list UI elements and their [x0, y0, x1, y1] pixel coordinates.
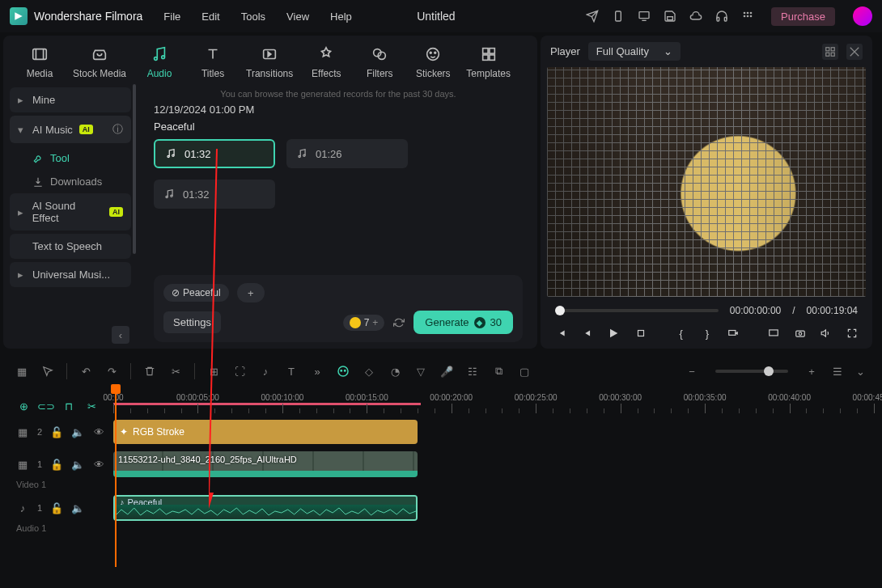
compare-icon[interactable] [846, 44, 863, 60]
add-track-icon[interactable]: ⊕ [16, 399, 31, 413]
refresh-icon[interactable] [392, 316, 405, 329]
collapse-sidebar-button[interactable]: ‹ [112, 326, 129, 344]
zoom-knob[interactable] [764, 366, 774, 376]
lock-icon[interactable]: 🔓 [50, 425, 63, 438]
marker-icon[interactable]: ▢ [517, 364, 532, 379]
delete-icon[interactable] [142, 364, 157, 379]
mark-out-button[interactable]: } [702, 326, 713, 341]
mixer-icon[interactable]: ☷ [465, 364, 480, 379]
lock-icon[interactable]: 🔓 [50, 458, 63, 471]
mark-in-button[interactable]: { [676, 326, 687, 341]
sidebar-item-ai-sound[interactable]: ▸AI Sound EffectAI [10, 193, 131, 231]
mood-tag[interactable]: ⊘ Peaceful [163, 284, 229, 302]
fx-clip[interactable]: ✦RGB Stroke [113, 420, 418, 444]
timeline-ruler[interactable]: 00:0000:00:05:0000:00:10:0000:00:15:0000… [113, 386, 874, 413]
svg-rect-22 [482, 55, 487, 60]
undo-icon[interactable]: ↶ [78, 364, 93, 379]
mute-icon[interactable]: 🔈 [71, 458, 84, 471]
apps-icon[interactable] [740, 9, 755, 23]
play-back-button[interactable] [581, 326, 592, 341]
fullscreen-icon[interactable] [846, 326, 858, 341]
layout-icon[interactable]: ▦ [15, 364, 29, 379]
ai-copilot-icon[interactable] [336, 364, 350, 379]
progress-bar[interactable] [555, 309, 719, 312]
crop-icon[interactable]: ⛶ [232, 364, 247, 379]
marker-dropdown[interactable] [727, 326, 739, 341]
group-icon[interactable]: ⊞ [206, 364, 221, 379]
volume-icon[interactable] [821, 326, 832, 341]
menu-edit[interactable]: Edit [201, 11, 219, 23]
menu-file[interactable]: File [163, 11, 180, 23]
video-clip[interactable]: 11553212-uhd_3840_2160_25fps_AIUltraHD [113, 451, 418, 477]
tab-titles[interactable]: Titles [193, 44, 233, 79]
select-tool-icon[interactable] [40, 364, 55, 379]
audio-clip-3[interactable]: 01:32 [154, 180, 275, 209]
link-icon[interactable]: ⧉ [491, 364, 506, 379]
zoom-in-icon[interactable]: + [804, 364, 819, 379]
help-icon[interactable]: ⓘ [112, 122, 123, 137]
sidebar-item-mine[interactable]: ▸Mine [10, 87, 131, 112]
tab-templates[interactable]: Templates [466, 44, 511, 79]
avatar[interactable] [853, 6, 872, 26]
shield-icon[interactable]: ▽ [413, 364, 428, 379]
cloud-icon[interactable] [689, 9, 703, 23]
audio-note-icon[interactable]: ♪ [258, 364, 273, 379]
purchase-button[interactable]: Purchase [771, 7, 835, 26]
stop-button[interactable] [634, 326, 646, 341]
mute-icon[interactable]: 🔈 [71, 501, 84, 514]
mute-icon[interactable]: 🔈 [71, 425, 84, 438]
svg-point-25 [172, 154, 174, 156]
tab-stickers[interactable]: Stickers [413, 44, 453, 79]
generate-button[interactable]: Generate◆30 [413, 311, 513, 334]
lock-icon[interactable]: 🔓 [50, 501, 63, 514]
sidebar-sub-downloads[interactable]: Downloads [10, 170, 131, 193]
audio-clip[interactable]: ♪Peaceful [113, 495, 418, 521]
tab-audio[interactable]: Audio [139, 44, 180, 79]
prev-frame-button[interactable] [555, 326, 566, 341]
tab-transitions[interactable]: Transitions [246, 44, 293, 79]
progress-knob[interactable] [555, 306, 565, 315]
phone-icon[interactable] [611, 9, 625, 23]
add-tag-button[interactable]: + [237, 283, 265, 302]
tab-stock-media[interactable]: Stock Media [73, 44, 126, 79]
text-icon[interactable]: T [284, 364, 299, 379]
headphones-icon[interactable] [715, 9, 729, 23]
split-icon[interactable]: ✂ [168, 364, 183, 379]
zoom-slider[interactable] [715, 370, 788, 373]
tl-more-icon[interactable]: ⌄ [853, 364, 867, 379]
cut-tool-icon[interactable]: ✂ [84, 399, 99, 413]
grid-view-icon[interactable] [822, 44, 838, 60]
quality-dropdown[interactable]: Full Quality⌄ [588, 42, 681, 61]
playhead[interactable] [115, 386, 117, 567]
eye-icon[interactable]: 👁 [92, 425, 105, 438]
snapshot-icon[interactable] [794, 326, 805, 341]
redo-icon[interactable]: ↷ [104, 364, 119, 379]
selection-region[interactable] [113, 403, 421, 405]
tab-media[interactable]: Media [19, 44, 60, 79]
eye-icon[interactable]: 👁 [92, 458, 105, 471]
sidebar-item-universal[interactable]: ▸Universal Musi... [10, 262, 131, 287]
sidebar-item-ai-music[interactable]: ▾AI MusicAIⓘ [10, 116, 131, 143]
menu-tools[interactable]: Tools [241, 11, 265, 23]
sidebar-item-tts[interactable]: Text to Speech [10, 234, 131, 259]
display-icon[interactable] [768, 326, 779, 341]
more-icon[interactable]: » [310, 364, 324, 379]
tab-effects[interactable]: Effects [306, 44, 346, 79]
audio-clip-2[interactable]: 01:26 [286, 139, 408, 168]
monitor-icon[interactable] [637, 9, 651, 23]
speed-icon[interactable]: ◔ [388, 364, 402, 379]
link-track-icon[interactable]: ⊂⊃ [39, 399, 53, 413]
mic-icon[interactable]: 🎤 [439, 364, 454, 379]
send-icon[interactable] [585, 9, 600, 23]
video-preview[interactable] [547, 67, 866, 297]
settings-button[interactable]: Settings [163, 311, 221, 333]
save-icon[interactable] [663, 9, 677, 23]
tab-filters[interactable]: Filters [359, 44, 400, 79]
keyframe-icon[interactable]: ◇ [362, 364, 376, 379]
zoom-out-icon[interactable]: − [685, 364, 699, 379]
magnet-icon[interactable]: ⊓ [61, 399, 76, 413]
audio-clip-1[interactable]: 01:32 [154, 139, 275, 168]
list-icon[interactable]: ☰ [830, 364, 845, 379]
play-button[interactable] [607, 326, 620, 341]
sidebar-sub-tool[interactable]: Tool [10, 146, 131, 170]
